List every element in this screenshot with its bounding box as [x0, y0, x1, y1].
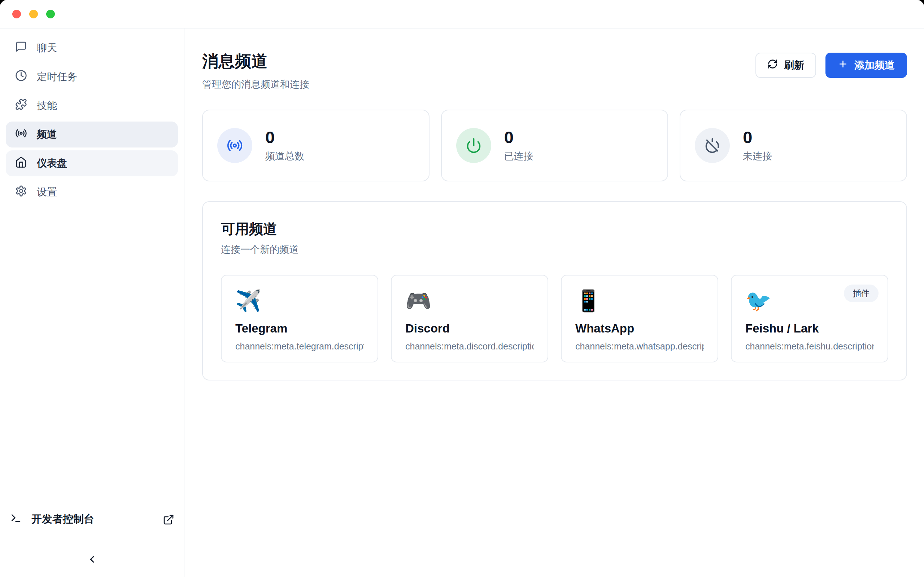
chevron-left-icon [87, 554, 97, 566]
add-channel-button-label: 添加频道 [855, 58, 895, 72]
sidebar-item-settings[interactable]: 设置 [6, 179, 178, 205]
sidebar-item-label: 定时任务 [37, 70, 77, 84]
home-icon [15, 156, 27, 171]
available-channels-panel: 可用频道 连接一个新的频道 ✈️ Telegram channels:meta.… [202, 201, 907, 380]
developer-console-label: 开发者控制台 [31, 512, 94, 527]
stat-value: 0 [743, 128, 772, 146]
chat-bubble-icon [15, 41, 27, 55]
channel-name: Telegram [235, 322, 364, 335]
broadcast-icon [217, 128, 252, 163]
channel-card-feishu[interactable]: 插件 🐦 Feishu / Lark channels:meta.feishu.… [731, 275, 888, 363]
stat-card-total-channels: 0 频道总数 [202, 110, 430, 181]
sidebar-footer: 开发者控制台 [6, 506, 178, 570]
minimize-window-button[interactable] [29, 10, 38, 18]
telegram-airplane-icon: ✈️ [235, 288, 364, 317]
terminal-icon [10, 513, 22, 527]
page-header: 消息频道 管理您的消息频道和连接 刷新 添加频道 [202, 50, 907, 91]
external-link-icon [163, 514, 174, 525]
page-subtitle: 管理您的消息频道和连接 [202, 78, 309, 91]
channel-name: Discord [405, 322, 534, 335]
stat-label: 频道总数 [265, 150, 304, 163]
refresh-button[interactable]: 刷新 [756, 53, 816, 78]
stat-label: 已连接 [504, 150, 533, 163]
power-off-icon [695, 128, 730, 163]
puzzle-icon [15, 98, 27, 113]
channel-description: channels:meta.telegram.description [235, 341, 364, 351]
titlebar [0, 0, 924, 29]
plus-icon [838, 59, 848, 72]
stat-label: 未连接 [743, 150, 772, 163]
sidebar-item-label: 仪表盘 [37, 156, 67, 170]
channel-description: channels:meta.whatsapp.description [575, 341, 704, 351]
sidebar-item-label: 聊天 [37, 41, 57, 55]
sidebar-item-dashboard[interactable]: 仪表盘 [6, 150, 178, 176]
sidebar-item-label: 技能 [37, 99, 57, 113]
app-window: 聊天 定时任务 技能 频道 仪表盘 设置 [0, 0, 924, 577]
power-icon [456, 128, 491, 163]
sidebar-item-channels[interactable]: 频道 [6, 121, 178, 148]
broadcast-icon [15, 127, 27, 142]
main-content: 消息频道 管理您的消息频道和连接 刷新 添加频道 [184, 29, 924, 577]
whatsapp-phone-icon: 📱 [575, 288, 704, 317]
channel-card-discord[interactable]: 🎮 Discord channels:meta.discord.descript… [391, 275, 548, 363]
sidebar-collapse-button[interactable] [79, 550, 105, 570]
channels-grid: ✈️ Telegram channels:meta.telegram.descr… [221, 275, 888, 363]
stat-value: 0 [504, 128, 533, 146]
sidebar-item-scheduled-tasks[interactable]: 定时任务 [6, 64, 178, 90]
sidebar-item-skills[interactable]: 技能 [6, 93, 178, 119]
channel-description: channels:meta.feishu.description [745, 341, 874, 351]
stats-row: 0 频道总数 0 已连接 0 未连接 [202, 110, 907, 181]
channel-description: channels:meta.discord.description [405, 341, 534, 351]
stat-card-connected: 0 已连接 [441, 110, 669, 181]
channel-card-whatsapp[interactable]: 📱 WhatsApp channels:meta.whatsapp.descri… [561, 275, 718, 363]
available-channels-title: 可用频道 [221, 219, 888, 239]
refresh-button-label: 刷新 [784, 58, 804, 72]
zoom-window-button[interactable] [46, 10, 55, 18]
channel-name: WhatsApp [575, 322, 704, 335]
close-window-button[interactable] [12, 10, 21, 18]
page-title: 消息频道 [202, 50, 309, 72]
gear-icon [15, 185, 27, 200]
window-controls [12, 10, 55, 18]
refresh-icon [767, 59, 778, 72]
discord-gamepad-icon: 🎮 [405, 288, 534, 317]
plugin-badge: 插件 [844, 285, 879, 302]
clock-icon [15, 69, 27, 84]
stat-value: 0 [265, 128, 304, 146]
sidebar: 聊天 定时任务 技能 频道 仪表盘 设置 [0, 29, 184, 577]
add-channel-button[interactable]: 添加频道 [825, 53, 907, 78]
stat-card-disconnected: 0 未连接 [680, 110, 907, 181]
available-channels-subtitle: 连接一个新的频道 [221, 243, 888, 256]
sidebar-item-label: 设置 [37, 185, 57, 199]
developer-console-link[interactable]: 开发者控制台 [6, 506, 178, 532]
sidebar-item-chat[interactable]: 聊天 [6, 35, 178, 61]
channel-name: Feishu / Lark [745, 322, 874, 335]
sidebar-item-label: 频道 [37, 128, 57, 141]
channel-card-telegram[interactable]: ✈️ Telegram channels:meta.telegram.descr… [221, 275, 378, 363]
